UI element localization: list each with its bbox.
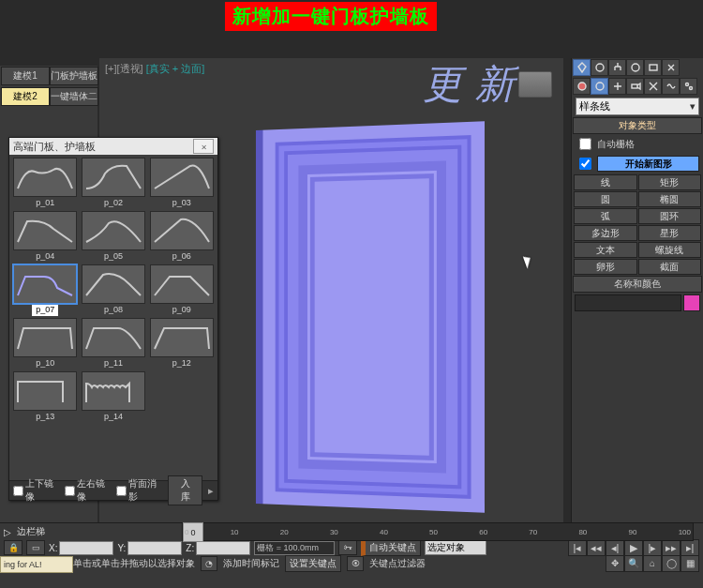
profile-thumb-p_10[interactable]: p_10 bbox=[12, 318, 79, 369]
shape-button-圆环[interactable]: 圆环 bbox=[638, 208, 702, 224]
profile-thumb-p_02[interactable]: p_02 bbox=[81, 158, 147, 209]
shape-button-矩形[interactable]: 矩形 bbox=[638, 174, 702, 190]
systems-icon[interactable] bbox=[680, 78, 697, 95]
left-tab-doorpanel[interactable]: 门板护墙板 bbox=[50, 67, 98, 85]
profile-thumb-p_01[interactable]: p_01 bbox=[12, 158, 79, 209]
left-tab-wall2[interactable]: 一键墙体二 bbox=[50, 87, 98, 106]
door-panel-model[interactable] bbox=[262, 121, 484, 513]
motion-tab-icon[interactable] bbox=[626, 59, 644, 76]
goto-end-button[interactable]: ▸| bbox=[681, 539, 699, 556]
profile-thumb-p_09[interactable]: p_09 bbox=[148, 264, 215, 316]
mirror-horizontal-checkbox[interactable]: 左右镜像 bbox=[65, 477, 111, 504]
object-type-header[interactable]: 对象类型 bbox=[573, 117, 702, 134]
prev-key-button[interactable]: ◂| bbox=[606, 539, 624, 556]
shape-button-弧[interactable]: 弧 bbox=[574, 208, 637, 224]
set-key-button[interactable]: 设置关键点 bbox=[285, 555, 341, 572]
nav-maximize-icon[interactable]: ▦ bbox=[681, 555, 699, 572]
coord-x-label: X: bbox=[49, 543, 57, 553]
svg-point-2 bbox=[578, 83, 586, 90]
create-category-bar bbox=[572, 77, 703, 96]
command-panel-tabs bbox=[572, 58, 703, 77]
shape-type-dropdown[interactable]: 样条线 bbox=[576, 98, 699, 115]
hierarchy-tab-icon[interactable] bbox=[608, 59, 626, 76]
auto-key-button[interactable]: 自动关键点 bbox=[361, 539, 421, 556]
save-to-library-button[interactable]: 入库 bbox=[168, 475, 202, 505]
profile-thumb-p_13[interactable]: p_13 bbox=[12, 371, 79, 423]
key-lock-icon[interactable]: 🗝 bbox=[338, 540, 357, 555]
add-time-tag-label[interactable]: 添加时间标记 bbox=[223, 557, 279, 570]
coord-z-field[interactable] bbox=[196, 541, 250, 555]
status-prompt: 单击或单击并拖动以选择对象 bbox=[73, 557, 195, 570]
viewcube[interactable] bbox=[518, 71, 552, 98]
nav-pan-icon[interactable]: ✥ bbox=[606, 555, 624, 572]
svg-rect-4 bbox=[632, 84, 637, 88]
shape-button-圆[interactable]: 圆 bbox=[574, 191, 637, 207]
shape-button-文本[interactable]: 文本 bbox=[574, 242, 637, 258]
shape-button-卵形[interactable]: 卵形 bbox=[574, 259, 637, 275]
autogrid-checkbox[interactable]: 自动栅格 bbox=[572, 134, 703, 154]
viewport-label-prefix: [+][透视] bbox=[105, 63, 143, 74]
profile-thumb-p_08[interactable]: p_08 bbox=[81, 264, 147, 316]
coord-y-field[interactable] bbox=[127, 541, 182, 555]
key-target-dropdown[interactable]: 选定对象 bbox=[425, 540, 486, 555]
nav-zoomext-icon[interactable]: ⌂ bbox=[643, 555, 662, 572]
profile-thumb-p_12[interactable]: p_12 bbox=[148, 318, 215, 369]
shape-button-截面[interactable]: 截面 bbox=[638, 259, 702, 275]
create-tab-icon[interactable] bbox=[573, 59, 591, 76]
profile-thumb-p_14[interactable]: p_14 bbox=[81, 371, 147, 423]
selection-mode-icon[interactable]: ▭ bbox=[26, 540, 45, 555]
shape-button-线[interactable]: 线 bbox=[574, 174, 637, 190]
key-filter-label[interactable]: 关键点过滤器 bbox=[369, 557, 426, 570]
cameras-icon[interactable] bbox=[626, 78, 644, 95]
left-tab-model1[interactable]: 建模1 bbox=[1, 67, 50, 85]
shape-buttons-grid: 线矩形圆椭圆弧圆环多边形星形文本螺旋线卵形截面 bbox=[572, 173, 703, 276]
trackbar-expand-icon[interactable]: ▷ bbox=[4, 527, 11, 537]
nav-orbit-icon[interactable]: ◯ bbox=[662, 555, 681, 572]
profile-thumb-p_03[interactable]: p_03 bbox=[148, 158, 215, 209]
lights-icon[interactable] bbox=[608, 78, 626, 95]
goto-start-button[interactable]: |◂ bbox=[568, 539, 587, 556]
object-color-swatch[interactable] bbox=[683, 294, 700, 311]
geometry-icon[interactable] bbox=[573, 78, 591, 95]
tag-icon[interactable]: ◔ bbox=[201, 556, 217, 571]
key-mode-icon[interactable]: ⦿ bbox=[347, 556, 364, 571]
viewport-label[interactable]: [+][透视] [真实 + 边面] bbox=[105, 62, 204, 76]
profile-thumb-p_04[interactable]: p_04 bbox=[12, 211, 79, 263]
shape-button-多边形[interactable]: 多边形 bbox=[574, 225, 637, 241]
profile-palette: 高端门板、护墙板 ⨉ p_01p_02p_03p_04p_05p_06p_07p… bbox=[8, 137, 218, 501]
trackbar-label: 边栏梯 bbox=[17, 525, 45, 538]
helpers-icon[interactable] bbox=[644, 78, 662, 95]
next-key-button[interactable]: |▸ bbox=[643, 539, 662, 556]
palette-more-icon[interactable]: ▸ bbox=[208, 485, 214, 497]
palette-close-button[interactable]: ⨉ bbox=[193, 139, 214, 154]
shape-button-椭圆[interactable]: 椭圆 bbox=[638, 191, 702, 207]
profile-thumb-p_05[interactable]: p_05 bbox=[81, 211, 147, 263]
shape-button-螺旋线[interactable]: 螺旋线 bbox=[638, 242, 702, 258]
profile-thumb-p_07[interactable]: p_07 bbox=[12, 264, 79, 316]
object-name-field[interactable] bbox=[575, 294, 681, 311]
name-color-header[interactable]: 名称和颜色 bbox=[573, 276, 702, 293]
lock-selection-icon[interactable]: 🔒 bbox=[4, 540, 22, 555]
start-new-shape-checkbox[interactable]: 开始新图形 bbox=[572, 154, 703, 173]
utilities-tab-icon[interactable] bbox=[662, 59, 680, 76]
mirror-vertical-checkbox[interactable]: 上下镜像 bbox=[13, 477, 59, 504]
shape-button-星形[interactable]: 星形 bbox=[638, 225, 702, 241]
play-button[interactable]: ▶ bbox=[624, 539, 643, 556]
spacewarps-icon[interactable] bbox=[662, 78, 680, 95]
display-tab-icon[interactable] bbox=[644, 59, 662, 76]
nav-zoom-icon[interactable]: 🔍 bbox=[624, 555, 643, 572]
backface-hide-checkbox[interactable]: 背面消影 bbox=[116, 477, 162, 504]
modify-tab-icon[interactable] bbox=[591, 59, 608, 76]
profile-thumb-p_06[interactable]: p_06 bbox=[148, 211, 215, 263]
next-frame-button[interactable]: ▸▸ bbox=[662, 539, 681, 556]
profile-thumb-p_11[interactable]: p_11 bbox=[81, 318, 147, 369]
left-tab-model2[interactable]: 建模2 bbox=[1, 87, 50, 106]
timeline-track[interactable]: 0 0102030405060708090100 bbox=[182, 522, 694, 541]
svg-point-6 bbox=[689, 87, 692, 90]
coord-x-field[interactable] bbox=[59, 541, 113, 555]
palette-footer: 上下镜像 左右镜像 背面消影 入库 ▸ bbox=[9, 480, 217, 500]
timeline-slider[interactable]: 0 bbox=[183, 522, 203, 542]
palette-titlebar[interactable]: 高端门板、护墙板 ⨉ bbox=[9, 138, 217, 155]
prev-frame-button[interactable]: ◂◂ bbox=[587, 539, 606, 556]
shapes-icon[interactable] bbox=[591, 78, 608, 95]
